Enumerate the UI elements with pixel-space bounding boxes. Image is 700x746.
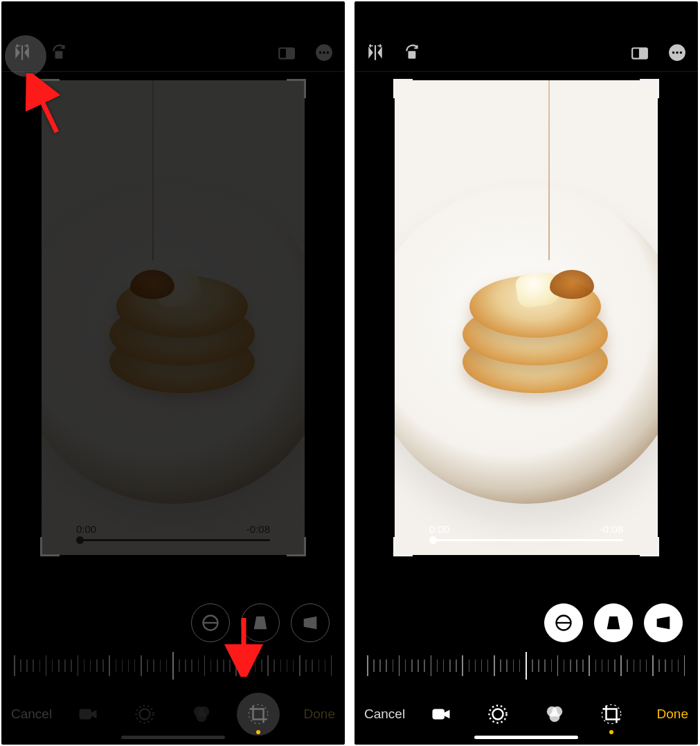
top-toolbar: [355, 33, 698, 72]
perspective-vertical-icon: [604, 613, 623, 633]
flip-horizontal-icon: [366, 44, 384, 62]
crop-handle-bl[interactable]: [40, 537, 60, 556]
preview-area: 0:00 -0:08: [355, 72, 698, 598]
perspective-vertical-button[interactable]: [594, 603, 633, 642]
straighten-button[interactable]: [544, 603, 583, 642]
flip-horizontal-icon: [13, 44, 31, 62]
crop-handle-tl[interactable]: [393, 79, 413, 98]
crop-handle-tr[interactable]: [640, 79, 659, 98]
done-button[interactable]: Done: [636, 707, 688, 722]
video-tab-button[interactable]: [428, 701, 454, 727]
video-preview: 0:00 -0:08: [395, 80, 658, 555]
perspective-vertical-button[interactable]: [241, 603, 280, 642]
crop-frame[interactable]: 0:00 -0:08: [395, 80, 658, 555]
crop-handle-bl[interactable]: [393, 537, 413, 556]
svg-rect-15: [409, 51, 416, 58]
adjust-tab-button[interactable]: [132, 701, 158, 727]
adjust-icon: [134, 704, 155, 725]
svg-point-14: [249, 704, 268, 724]
ruler-center-mark: [526, 652, 527, 680]
video-tab-button[interactable]: [75, 701, 101, 727]
svg-point-21: [680, 51, 682, 53]
aspect-ratio-icon: [631, 44, 649, 62]
aspect-ratio-button[interactable]: [627, 40, 652, 65]
ruler-center-mark: [172, 652, 174, 680]
crop-tab-button[interactable]: [245, 701, 271, 727]
svg-point-29: [602, 704, 621, 724]
cancel-button[interactable]: Cancel: [364, 707, 417, 722]
video-icon: [431, 704, 451, 725]
scrubber-end-time: -0:08: [600, 523, 623, 535]
more-button[interactable]: [312, 40, 336, 65]
straighten-icon: [201, 613, 220, 633]
svg-point-6: [327, 51, 329, 53]
rotate-button[interactable]: [47, 40, 72, 65]
svg-point-4: [319, 51, 321, 53]
video-scrubber[interactable]: 0:00 -0:08: [429, 523, 623, 541]
svg-point-28: [550, 711, 560, 722]
svg-point-5: [323, 51, 325, 53]
straighten-button[interactable]: [191, 603, 230, 642]
angle-ruler[interactable]: [1, 648, 345, 684]
crop-handle-tr[interactable]: [287, 79, 306, 98]
rotate-button[interactable]: [400, 40, 425, 65]
video-preview: 0:00 -0:08: [42, 80, 305, 555]
adjust-icon: [487, 704, 508, 725]
more-button[interactable]: [665, 40, 690, 65]
crop-handle-br[interactable]: [640, 537, 659, 556]
svg-point-9: [140, 709, 150, 720]
crop-icon: [601, 704, 622, 725]
flip-horizontal-button[interactable]: [363, 40, 388, 65]
crop-tab-button[interactable]: [598, 701, 625, 727]
perspective-horizontal-button[interactable]: [291, 603, 330, 642]
crop-frame[interactable]: 0:00 -0:08: [42, 80, 305, 555]
svg-point-13: [197, 711, 207, 722]
filters-icon: [544, 704, 565, 725]
svg-rect-17: [639, 48, 647, 58]
perspective-horizontal-icon: [654, 613, 673, 633]
more-icon: [668, 44, 686, 62]
active-tab-dot: [609, 730, 613, 734]
svg-point-24: [493, 709, 503, 720]
svg-point-20: [676, 51, 678, 53]
svg-rect-2: [286, 48, 294, 58]
filters-tab-button[interactable]: [188, 701, 215, 727]
done-button[interactable]: Done: [282, 707, 335, 722]
filters-tab-button[interactable]: [541, 701, 568, 727]
home-indicator[interactable]: [474, 736, 578, 739]
angle-ruler[interactable]: [355, 648, 698, 684]
perspective-vertical-icon: [251, 613, 270, 633]
active-tab-dot: [256, 730, 260, 734]
adjust-tab-button[interactable]: [485, 701, 511, 727]
aspect-ratio-button[interactable]: [274, 40, 299, 65]
svg-rect-0: [55, 51, 63, 58]
crop-handle-tl[interactable]: [40, 79, 60, 98]
top-toolbar: [1, 33, 345, 72]
scrubber-end-time: -0:08: [246, 523, 270, 535]
scrubber-start-time: 0:00: [429, 523, 449, 535]
right-screenshot: 0:00 -0:08 Cancel: [355, 1, 698, 745]
rotate-icon: [51, 44, 69, 62]
flip-horizontal-button[interactable]: [10, 40, 35, 65]
cancel-button[interactable]: Cancel: [11, 707, 64, 722]
preview-area: 0:00 -0:08: [1, 72, 345, 598]
left-screenshot: 0:00 -0:08 Cancel: [1, 1, 345, 745]
rotate-icon: [404, 44, 422, 62]
video-scrubber[interactable]: 0:00 -0:08: [76, 523, 270, 541]
perspective-controls: [355, 598, 698, 648]
video-icon: [78, 704, 98, 725]
filters-icon: [191, 704, 212, 725]
svg-rect-23: [433, 709, 445, 720]
straighten-icon: [554, 613, 573, 633]
crop-handle-br[interactable]: [287, 537, 306, 556]
perspective-horizontal-button[interactable]: [644, 603, 683, 642]
scrubber-start-time: 0:00: [76, 523, 96, 535]
more-icon: [315, 44, 333, 62]
perspective-horizontal-icon: [300, 613, 320, 633]
svg-rect-8: [80, 709, 92, 720]
svg-point-19: [672, 51, 674, 53]
perspective-controls: [1, 598, 345, 648]
aspect-ratio-icon: [278, 44, 296, 62]
crop-icon: [248, 704, 269, 725]
home-indicator[interactable]: [121, 736, 225, 739]
